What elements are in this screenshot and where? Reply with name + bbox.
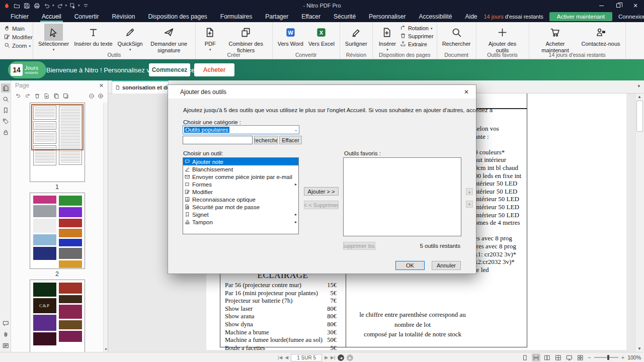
ribbon-button-acheter-maintenant[interactable]: Acheter maintenant xyxy=(532,23,579,54)
restore-button[interactable] xyxy=(610,0,627,11)
ribbon-button-pdf[interactable]: PDF▾ xyxy=(199,23,222,52)
effacer-button[interactable]: Effacer xyxy=(279,136,302,144)
menu-tab-aide[interactable]: Aide xyxy=(458,11,484,22)
ribbon-button-extraire[interactable]: Extraire xyxy=(400,41,434,48)
save-icon[interactable] xyxy=(23,2,31,10)
view-mode-multi-page-icon[interactable] xyxy=(554,353,562,361)
ribbon-button-vers-excel[interactable]: XVers Excel xyxy=(306,23,337,48)
supprimer-tout-button[interactable]: Supprimer tout xyxy=(343,242,375,250)
next-page-button[interactable]: ▶ xyxy=(325,355,328,360)
dialog-close-icon[interactable]: ✕ xyxy=(462,88,471,96)
copy-page-icon[interactable] xyxy=(53,93,59,99)
menu-tab-accueil[interactable]: Accueil xyxy=(35,11,68,22)
tool-item-signet[interactable]: Signet▸ xyxy=(183,211,298,218)
page-new-icon[interactable] xyxy=(44,93,50,99)
ajouter-button[interactable]: Ajouter > > xyxy=(304,187,339,196)
last-page-button[interactable]: ▶| xyxy=(331,355,335,360)
sidebar-comment-icon[interactable] xyxy=(1,319,10,328)
annuler-button[interactable]: Annuler xyxy=(432,261,461,270)
zoom-out-button[interactable]: − xyxy=(588,354,591,360)
ribbon-button-rechercher[interactable]: Rechercher xyxy=(440,23,473,48)
ribbon-button-inserer[interactable]: Insérer▾ xyxy=(376,23,399,52)
tool-item-securite-par-mot-de-passe[interactable]: Sécurité par mot de passe xyxy=(183,203,298,211)
rechercher-button[interactable]: Rechercher xyxy=(254,136,278,144)
history-back-button[interactable]: ◀ xyxy=(338,354,344,361)
ribbon-button-contactez-nous[interactable]: Contactez-nous xyxy=(580,23,622,48)
rotate-left-icon[interactable] xyxy=(15,93,21,99)
move-up-button[interactable]: ▲ xyxy=(466,188,473,195)
trash-icon[interactable] xyxy=(34,93,40,99)
plus-circle-icon[interactable] xyxy=(98,93,104,99)
commencez-button[interactable]: Commencez xyxy=(149,63,190,76)
category-dropdown[interactable]: Outils populaires ⌄ xyxy=(183,125,299,134)
page-thumbnail-2[interactable] xyxy=(30,193,85,269)
view-mode-grid-view-icon[interactable] xyxy=(576,353,585,361)
first-page-button[interactable]: |◀ xyxy=(278,355,282,360)
sidebar-pages-icon[interactable] xyxy=(1,83,10,93)
history-forward-button[interactable]: ▶ xyxy=(347,354,353,361)
nitro-flame-icon[interactable] xyxy=(3,2,11,10)
menu-tab-disposition-des-pages[interactable]: Disposition des pages xyxy=(141,11,213,22)
scrollbar-thumb[interactable] xyxy=(636,101,643,132)
view-mode-facing-pages-icon[interactable] xyxy=(543,353,551,361)
view-mode-fit-width-icon[interactable] xyxy=(532,353,540,361)
tool-item-envoyer-comme-piece-jointe-par-e-mail[interactable]: Envoyer comme pièce jointe par e-mail xyxy=(183,173,298,180)
acheter-button[interactable]: Acheter xyxy=(194,63,234,76)
ribbon-button-ajouter-des-outils[interactable]: Ajouter des outils xyxy=(479,23,526,54)
toolbar-overflow-icon[interactable] xyxy=(82,2,90,10)
ribbon-nav-modifier[interactable]: Modifier xyxy=(4,34,33,41)
ribbon-button-demander-une-signature[interactable]: Demander une signature xyxy=(146,23,192,54)
tool-item-tampon[interactable]: Tampon▸ xyxy=(183,218,298,226)
ribbon-button-vers-word[interactable]: WVers Word xyxy=(276,23,305,48)
connexion-link[interactable]: Connexion xyxy=(618,14,644,20)
sidebar-search-icon[interactable] xyxy=(1,95,10,104)
view-mode-single-page-icon[interactable] xyxy=(521,353,529,361)
tool-item-modifier[interactable]: Modifier xyxy=(183,188,298,196)
select-object-icon[interactable] xyxy=(68,2,77,10)
rotate-right-icon[interactable] xyxy=(25,93,31,99)
menu-tab-securite[interactable]: Sécurité xyxy=(327,11,362,22)
previous-page-button[interactable]: ◀ xyxy=(285,355,288,360)
zoom-slider[interactable] xyxy=(594,354,618,361)
tool-item-reconnaissance-optique[interactable]: AReconnaissance optique xyxy=(183,196,298,203)
duplicate-page-icon[interactable] xyxy=(63,93,69,99)
sidebar-lock-icon[interactable] xyxy=(1,128,10,137)
menu-tab-accessibilite[interactable]: Accessibilité xyxy=(412,11,458,22)
minus-circle-icon[interactable] xyxy=(89,93,95,99)
menu-tab-convertir[interactable]: Convertir xyxy=(68,11,106,22)
sidebar-bookmark-icon[interactable] xyxy=(1,106,10,115)
document-scrollbar[interactable]: ▲ ▼ xyxy=(635,94,644,352)
tab-overflow-icon[interactable]: ▾ xyxy=(637,83,640,88)
menu-tab-fichier[interactable]: Fichier xyxy=(4,11,35,22)
menu-tab-effacer[interactable]: Effacer xyxy=(295,11,327,22)
ok-button[interactable]: OK xyxy=(395,261,425,270)
panel-scrollbar[interactable]: ▼ xyxy=(103,103,108,352)
menu-tab-personnaliser[interactable]: Personnaliser xyxy=(362,11,412,22)
tool-item-ajouter-note[interactable]: Ajouter note xyxy=(183,158,298,165)
print-icon[interactable] xyxy=(33,2,41,10)
tool-item-blanchissement[interactable]: Blanchissement xyxy=(183,165,298,173)
folder-open-icon[interactable] xyxy=(13,2,21,10)
close-button[interactable]: ✕ xyxy=(627,0,644,11)
supprimer-button[interactable]: < < Supprimer xyxy=(304,201,339,209)
page-indicator-input[interactable]: 1 SUR 5 xyxy=(291,354,322,361)
menu-tab-partager[interactable]: Partager xyxy=(259,11,295,22)
sidebar-output-list-icon[interactable] xyxy=(1,341,10,350)
ribbon-button-quicksign[interactable]: QuickSign▾ xyxy=(116,23,145,52)
sidebar-tag-icon[interactable] xyxy=(1,117,10,126)
ribbon-button-combiner-des-fichiers[interactable]: Combiner des fichiers xyxy=(223,23,269,54)
panel-close-icon[interactable]: ✕ xyxy=(99,82,104,89)
page-thumbnail-1[interactable] xyxy=(30,103,85,182)
redo-icon[interactable] xyxy=(56,2,64,10)
ribbon-button-selectionner[interactable]: Sélectionner▾ xyxy=(36,23,71,52)
tool-item-formes[interactable]: Formes▸ xyxy=(183,180,298,188)
ribbon-button-rotation[interactable]: Rotation▾ xyxy=(400,25,434,32)
move-down-button[interactable]: ▼ xyxy=(466,201,473,208)
sidebar-paperclip-icon[interactable] xyxy=(1,330,10,339)
chevron-down-icon[interactable]: ▾ xyxy=(78,4,80,8)
page-thumbnail-3[interactable]: C&P xyxy=(30,280,85,352)
view-mode-monitor-icon[interactable] xyxy=(565,353,574,361)
ribbon-nav-main[interactable]: Main xyxy=(4,25,33,32)
ribbon-button-surligner[interactable]: Surligner xyxy=(343,23,369,48)
zoom-slider-knob[interactable] xyxy=(607,355,609,360)
